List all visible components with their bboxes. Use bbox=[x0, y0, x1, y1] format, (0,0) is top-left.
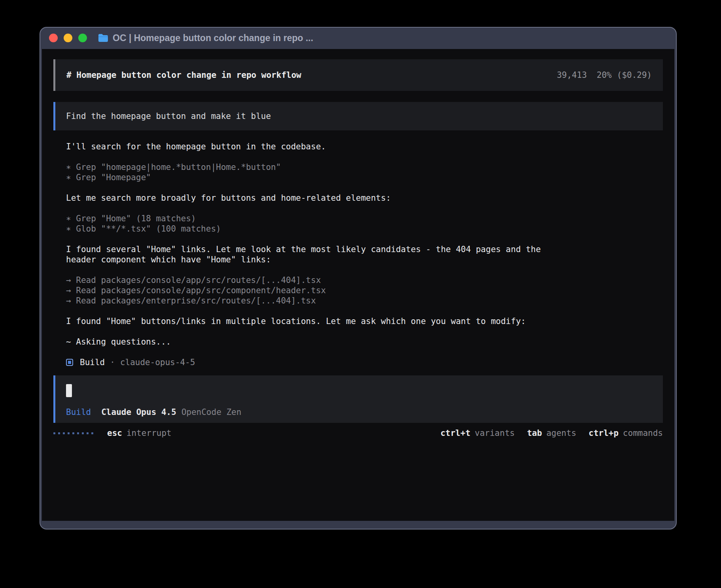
spinner-dot bbox=[58, 432, 60, 434]
window-title: OC | Homepage button color change in rep… bbox=[113, 33, 313, 43]
token-count: 39,413 bbox=[557, 70, 587, 80]
shortcut-label: commands bbox=[623, 428, 663, 438]
shortcut-label: agents bbox=[546, 428, 576, 438]
spinner-dot bbox=[82, 432, 84, 434]
minimize-button[interactable] bbox=[64, 34, 72, 42]
shortcut-group: ctrl+tvariants bbox=[440, 428, 515, 438]
tool-call-line: ∗ Grep "Homepage" bbox=[66, 172, 663, 183]
terminal-content: # Homepage button color change in repo w… bbox=[42, 49, 674, 521]
session-stats: 39,413 20% ($0.29) bbox=[557, 70, 652, 80]
agent-model: claude-opus-4-5 bbox=[120, 357, 195, 368]
agent-separator: · bbox=[110, 357, 115, 368]
input-meta: Build Claude Opus 4.5 OpenCode Zen bbox=[66, 407, 652, 417]
shortcut-key-esc: esc bbox=[107, 428, 122, 438]
assistant-text: I found "Home" buttons/links in multiple… bbox=[66, 316, 560, 326]
tool-call-line: → Read packages/console/app/src/routes/[… bbox=[66, 275, 663, 285]
terminal-window: OC | Homepage button color change in rep… bbox=[40, 27, 677, 530]
shortcut-key: tab bbox=[527, 428, 542, 438]
context-percent: 20% bbox=[597, 70, 612, 80]
tool-call-line: ∗ Glob "**/*.tsx" (100 matches) bbox=[66, 224, 663, 234]
shortcut-group: tabagents bbox=[527, 428, 576, 438]
user-message-text: Find the homepage button and make it blu… bbox=[66, 111, 271, 121]
shortcut-key: ctrl+t bbox=[440, 428, 470, 438]
tool-call-line: → Read packages/console/app/src/componen… bbox=[66, 285, 663, 296]
assistant-text: Let me search more broadly for buttons a… bbox=[66, 193, 560, 203]
text-cursor bbox=[66, 384, 72, 397]
shortcut-key: ctrl+p bbox=[589, 428, 619, 438]
user-message: Find the homepage button and make it blu… bbox=[53, 102, 663, 130]
spinner-dot bbox=[91, 432, 93, 434]
tool-call-line: → Read packages/enterprise/src/routes/[.… bbox=[66, 296, 663, 306]
folder-icon bbox=[98, 33, 109, 43]
assistant-text: I'll search for the homepage button in t… bbox=[66, 141, 560, 152]
spinner-dot bbox=[63, 432, 65, 434]
tool-call-line: ∗ Grep "Home" (18 matches) bbox=[66, 213, 663, 224]
window-titlebar[interactable]: OC | Homepage button color change in rep… bbox=[40, 28, 676, 48]
spinner-dot bbox=[77, 432, 79, 434]
spinner-dot bbox=[68, 432, 70, 434]
conversation: I'll search for the homepage button in t… bbox=[53, 141, 663, 368]
zoom-button[interactable] bbox=[78, 34, 87, 42]
agent-label: Build bbox=[80, 357, 105, 368]
assistant-text: I found several "Home" links. Let me loo… bbox=[66, 244, 560, 265]
assistant-text: ~ Asking questions... bbox=[66, 337, 560, 347]
tool-call-line: ∗ Grep "homepage|home.*button|Home.*butt… bbox=[66, 162, 663, 172]
spinner-dot bbox=[87, 432, 89, 434]
shortcut-label-interrupt: interrupt bbox=[126, 428, 172, 438]
shortcut-group: ctrl+pcommands bbox=[589, 428, 663, 438]
session-title: # Homepage button color change in repo w… bbox=[66, 70, 301, 80]
shortcut-label: variants bbox=[475, 428, 515, 438]
spinner-dots bbox=[53, 432, 96, 434]
provider-name: OpenCode Zen bbox=[181, 407, 242, 417]
spinner-dot bbox=[72, 432, 74, 434]
session-cost: ($0.29) bbox=[617, 70, 652, 80]
tool-call-group: ∗ Grep "homepage|home.*button|Home.*butt… bbox=[66, 162, 663, 183]
tool-call-group: → Read packages/console/app/src/routes/[… bbox=[66, 275, 663, 306]
build-agent-icon bbox=[66, 359, 73, 366]
status-bar: esc interrupt ctrl+tvariantstabagentsctr… bbox=[53, 428, 663, 439]
status-left: esc interrupt bbox=[53, 428, 172, 438]
session-header: # Homepage button color change in repo w… bbox=[53, 59, 663, 91]
model-name: Claude Opus 4.5 bbox=[101, 407, 176, 417]
agent-row: Build·claude-opus-4-5 bbox=[66, 357, 663, 368]
tool-call-group: ∗ Grep "Home" (18 matches)∗ Glob "**/*.t… bbox=[66, 213, 663, 234]
status-right: ctrl+tvariantstabagentsctrl+pcommands bbox=[428, 428, 663, 438]
prompt-input[interactable]: Build Claude Opus 4.5 OpenCode Zen bbox=[53, 375, 663, 423]
spinner-dot bbox=[53, 432, 55, 434]
agent-mode-label: Build bbox=[66, 407, 91, 417]
close-button[interactable] bbox=[49, 34, 58, 42]
